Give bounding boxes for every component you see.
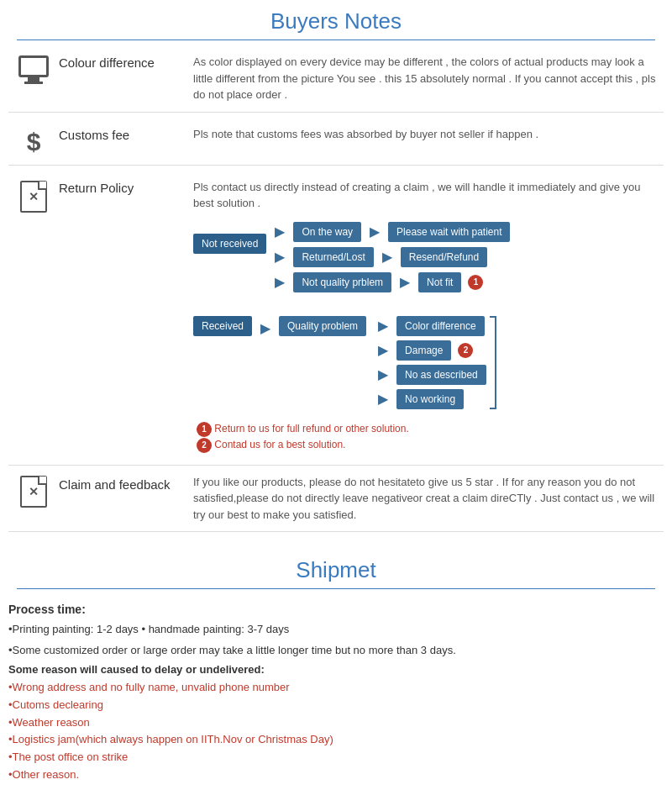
on-the-way-box: On the way — [293, 222, 361, 242]
arrow4: ▶ — [382, 249, 392, 265]
policy-notes: 1 Return to us for full refund or other … — [193, 421, 664, 453]
shipment-section: Shipmet Process time: •Printing painting… — [0, 549, 672, 790]
resend-refund-box: Resend/Refund — [401, 247, 487, 267]
badge-2: 2 — [458, 343, 473, 358]
please-wait-box: Please wait with patient — [388, 222, 510, 242]
delay-item-1: •Cutoms declearing — [8, 697, 664, 714]
arrow10: ▶ — [378, 366, 388, 382]
customs-fee-text: Pls note that customs fees was absorbed … — [193, 126, 664, 143]
delay-item-2: •Weather reason — [8, 714, 664, 732]
received-box: Received — [193, 316, 252, 336]
process-line2: •Some customized order or large order ma… — [8, 642, 664, 660]
colour-difference-text: As color displayed on every device may b… — [193, 54, 664, 103]
return-policy-row: ✕ Return Policy Pls contact us directly … — [8, 179, 664, 466]
return-icon-box: ✕ — [8, 179, 59, 213]
not-quality-box: Not quality prblem — [293, 272, 391, 292]
return-policy-diagram: Pls contact us directly instead of creat… — [193, 179, 664, 453]
no-as-described-box: No as described — [396, 365, 486, 385]
monitor-icon-box — [8, 54, 59, 84]
return-policy-label: Return Policy — [59, 179, 193, 195]
note1-text: Return to us for full refund or other so… — [214, 423, 408, 434]
flow-diagram: Not received ▶ On the way ▶ Please wait … — [193, 222, 664, 453]
arrow11: ▶ — [378, 391, 388, 407]
claim-feedback-text: If you like our products, please do not … — [193, 474, 664, 524]
buyers-notes-title: Buyers Notes — [17, 0, 655, 40]
delay-item-3: •Logistics jam(which always happen on II… — [8, 731, 664, 749]
not-received-box: Not received — [193, 234, 266, 254]
not-fit-box: Not fit — [418, 272, 461, 292]
arrow1: ▶ — [275, 224, 285, 240]
arrow6: ▶ — [400, 274, 410, 290]
customs-fee-label: Customs fee — [59, 126, 193, 142]
quality-problem-box: Quality problem — [279, 316, 366, 336]
claim-file-x-icon: ✕ — [29, 485, 39, 498]
claim-feedback-label: Claim and feedback — [59, 474, 193, 492]
dollar-icon-box: $ — [8, 126, 59, 156]
delay-item-0: •Wrong address and no fully name, unvali… — [8, 679, 664, 697]
colour-difference-label: Colour difference — [59, 54, 193, 70]
claim-icon-box: ✕ — [8, 474, 59, 508]
note2-text: Contad us for a best solution. — [214, 439, 345, 450]
delay-item-4: •The post office on strike — [8, 749, 664, 766]
arrow3: ▶ — [275, 249, 285, 265]
returned-lost-box: Returned/Lost — [293, 247, 373, 267]
claim-feedback-row: ✕ Claim and feedback If you like our pro… — [8, 474, 664, 533]
process-line1: •Printing painting: 1-2 days • handmade … — [8, 621, 664, 639]
return-policy-intro: Pls contact us directly instead of creat… — [193, 179, 664, 212]
arrow8: ▶ — [378, 318, 388, 334]
damage-box: Damage — [396, 340, 451, 361]
shipment-title: Shipmet — [17, 549, 655, 589]
delay-item-5: •Other reason. — [8, 766, 664, 784]
color-difference-box: Color difference — [396, 316, 485, 336]
dollar-icon: $ — [27, 128, 41, 156]
no-working-box: No working — [396, 389, 464, 409]
arrow9: ▶ — [378, 342, 388, 358]
arrow7: ▶ — [260, 320, 270, 336]
file-x-icon: ✕ — [29, 190, 39, 203]
colour-difference-row: Colour difference As color displayed on … — [8, 54, 664, 113]
arrow2: ▶ — [370, 224, 380, 240]
process-title: Process time: — [8, 603, 664, 616]
delay-title: Some reason will caused to delay or unde… — [8, 663, 664, 676]
badge-1: 1 — [468, 275, 483, 290]
customs-fee-row: $ Customs fee Pls note that customs fees… — [8, 126, 664, 166]
note-badge-1: 1 — [197, 422, 212, 437]
arrow5: ▶ — [275, 274, 285, 290]
note-badge-2: 2 — [197, 438, 212, 453]
